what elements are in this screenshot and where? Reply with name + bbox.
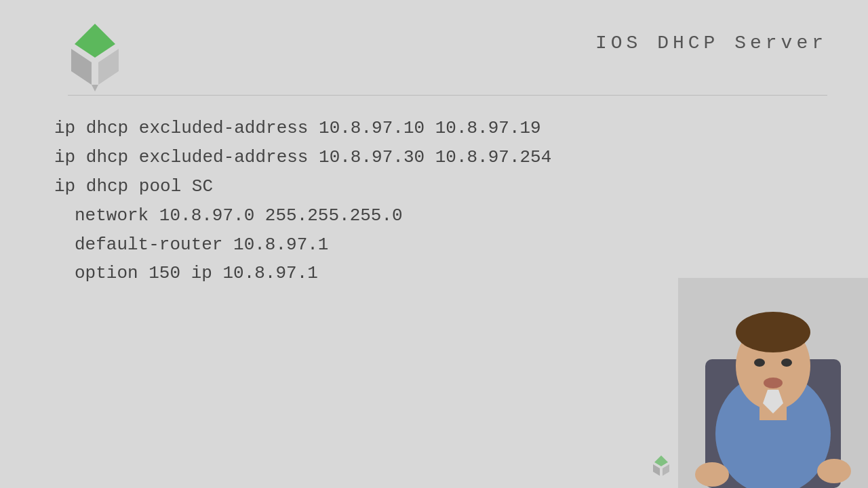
code-line-6: option 150 ip 10.8.97.1 xyxy=(54,259,551,288)
svg-marker-18 xyxy=(653,464,660,476)
svg-point-14 xyxy=(695,462,729,487)
code-block: ip dhcp excluded-address 10.8.97.10 10.8… xyxy=(54,114,551,288)
svg-point-11 xyxy=(781,359,792,367)
code-line-4: network 10.8.97.0 255.255.255.0 xyxy=(54,201,551,230)
svg-point-10 xyxy=(754,359,765,367)
svg-marker-1 xyxy=(71,49,92,85)
svg-point-15 xyxy=(817,459,851,483)
code-line-1: ip dhcp excluded-address 10.8.97.10 10.8… xyxy=(54,114,551,143)
svg-marker-0 xyxy=(75,24,115,58)
svg-marker-3 xyxy=(92,85,98,92)
logo xyxy=(54,20,136,95)
code-line-3: ip dhcp pool SC xyxy=(54,172,551,201)
divider xyxy=(68,95,827,96)
presenter-video xyxy=(678,278,868,488)
watermark xyxy=(648,454,675,483)
svg-point-9 xyxy=(736,312,810,352)
page-title: IOS DHCP Server xyxy=(595,33,827,54)
svg-point-12 xyxy=(764,378,783,388)
svg-marker-2 xyxy=(98,49,119,85)
code-line-2: ip dhcp excluded-address 10.8.97.30 10.8… xyxy=(54,143,551,172)
svg-marker-17 xyxy=(654,455,668,466)
code-line-5: default-router 10.8.97.1 xyxy=(54,230,551,260)
svg-marker-19 xyxy=(663,464,669,476)
